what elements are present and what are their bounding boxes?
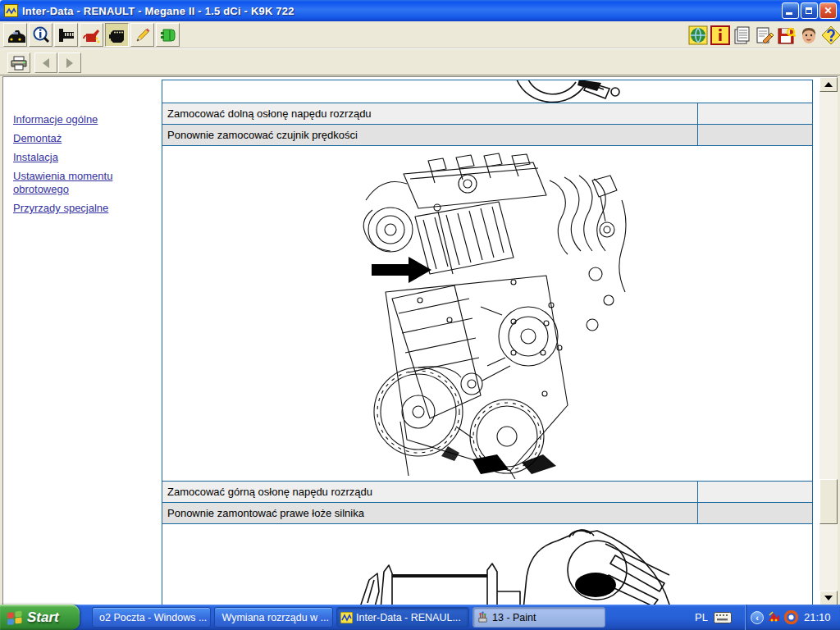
step-value-cell (697, 103, 812, 124)
pointer-arrow (372, 257, 431, 283)
task-label: 13 - Paint (492, 612, 536, 623)
inter-data-icon (340, 612, 353, 623)
sidebar-link-instalacja[interactable]: Instalacja (13, 151, 151, 164)
procedure-step-row: Ponownie zamocować czujnik prędkości (162, 124, 813, 146)
hide-icons-chevron-icon[interactable]: ‹ (751, 611, 764, 624)
step-text: Ponownie zamocować czujnik prędkości (167, 129, 358, 141)
main-area: Informacje ogólne Demontaż Instalacja Us… (0, 75, 840, 605)
window-titlebar: Inter-Data - RENAULT - Megane II - 1.5 d… (0, 0, 840, 21)
restore-button[interactable] (801, 2, 818, 19)
start-label: Start (27, 609, 59, 626)
language-code: PL (695, 611, 708, 623)
minimize-button[interactable] (782, 2, 799, 19)
figure-cell-bottom (162, 523, 813, 605)
step-value-cell (697, 482, 812, 502)
search-info-icon[interactable] (29, 23, 52, 47)
forward-arrow-icon[interactable] (58, 52, 81, 73)
contact-icon[interactable] (798, 24, 819, 46)
printer-icon[interactable] (7, 52, 30, 73)
oil-can-icon[interactable] (80, 23, 103, 47)
scrollbar-thumb[interactable] (819, 479, 838, 524)
procedure-step-row: Ponownie zamontować prawe łoże silnika (162, 502, 813, 524)
step-value-cell (697, 125, 812, 145)
step-value-cell (697, 503, 812, 523)
engine-diagram (349, 151, 635, 479)
close-button[interactable]: ✕ (819, 2, 837, 19)
desktop-screen: Inter-Data - RENAULT - Megane II - 1.5 d… (0, 0, 840, 630)
scroll-up-button[interactable] (819, 77, 838, 92)
messenger-icon[interactable] (767, 610, 781, 624)
paint-icon (477, 611, 489, 623)
task-label: Inter-Data - RENAUL... (356, 612, 461, 623)
figure-cell-top (162, 80, 813, 103)
procedure-content: Zamocować dolną osłonę napędu rozrządu P… (162, 77, 818, 605)
taskbar-task-o2-poczta[interactable]: o2 Poczta - Windows ... (92, 607, 211, 628)
taskbar-clock[interactable]: 21:10 (804, 611, 831, 623)
document-area: Informacje ogólne Demontaż Instalacja Us… (2, 76, 838, 605)
back-arrow-icon[interactable] (34, 52, 57, 73)
disk-key-icon[interactable] (776, 24, 797, 46)
vertical-scrollbar[interactable] (819, 77, 838, 605)
language-indicator[interactable]: PL (695, 605, 732, 630)
sidebar-link-ustawienia-momentu[interactable]: Ustawienia momentu obrotowego (13, 170, 151, 196)
main-toolbar (0, 21, 840, 48)
help-icon[interactable] (820, 24, 840, 46)
step-text: Zamocować górną osłonę napędu rozrządu (167, 486, 372, 498)
sidebar-link-informacje-ogolne[interactable]: Informacje ogólne (13, 113, 151, 126)
step-text: Ponownie zamontować prawe łoże silnika (167, 507, 364, 519)
taskbar-task-inter-data[interactable]: Inter-Data - RENAUL... (336, 607, 469, 628)
engine-icon[interactable] (105, 23, 129, 47)
taskbar-task-paint[interactable]: 13 - Paint (472, 607, 605, 628)
caliper-icon[interactable] (54, 23, 78, 47)
vehicle-icon[interactable] (3, 23, 27, 47)
procedure-step-row: Zamocować dolną osłonę napędu rozrządu (162, 103, 813, 125)
procedure-step-row: Zamocować górną osłonę napędu rozrządu (162, 481, 813, 503)
step-text: Zamocować dolną osłonę napędu rozrządu (167, 107, 372, 120)
internet-explorer-icon (218, 611, 219, 623)
windows-logo-icon (7, 610, 23, 625)
engine-mount-partial-figure (326, 527, 671, 605)
inter-data-app-icon (4, 4, 18, 17)
task-label: Wymiana rozrządu w ... (222, 612, 329, 623)
documents-icon[interactable] (732, 24, 753, 46)
scroll-down-button[interactable] (819, 591, 838, 605)
task-label: o2 Poczta - Windows ... (99, 612, 207, 623)
pulley-partial-figure (505, 80, 628, 103)
sidebar-nav: Informacje ogólne Demontaż Instalacja Us… (3, 77, 161, 605)
system-tray: ‹ 21:10 (745, 605, 840, 630)
taskbar-task-wymiana-rozrzadu[interactable]: Wymiana rozrządu w ... (214, 607, 333, 628)
figure-cell-engine (162, 145, 813, 482)
connector-icon[interactable] (156, 23, 180, 47)
globe-icon[interactable] (687, 24, 709, 46)
keyboard-icon (714, 612, 732, 623)
edit-document-icon[interactable] (754, 24, 775, 46)
taskbar: Start o2 Poczta - Windows ... Wymiana ro… (0, 605, 840, 630)
pencil-icon[interactable] (130, 23, 154, 47)
sidebar-link-przyrzady-specjalne[interactable]: Przyrządy specjalne (13, 202, 151, 215)
sidebar-link-demontaz[interactable]: Demontaż (13, 132, 151, 145)
info-icon[interactable] (710, 24, 731, 46)
navigation-toolbar (0, 48, 840, 75)
start-button[interactable]: Start (0, 605, 80, 630)
window-title: Inter-Data - RENAULT - Megane II - 1.5 d… (22, 5, 294, 17)
browser-icon[interactable] (784, 610, 798, 624)
